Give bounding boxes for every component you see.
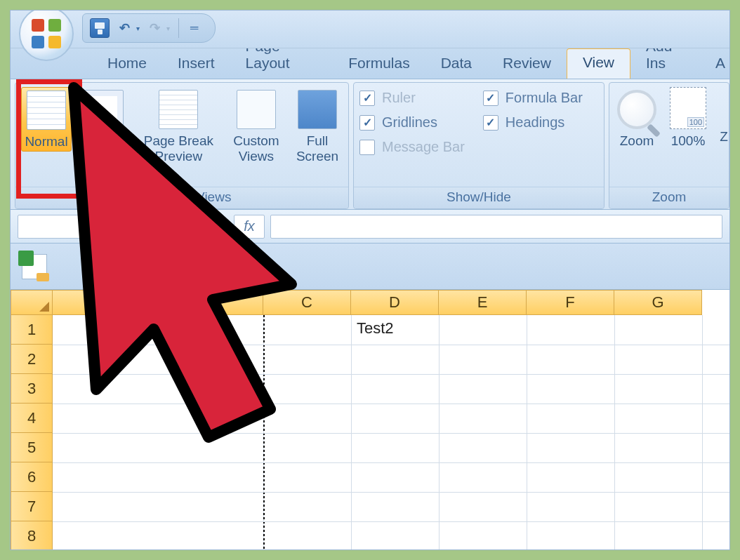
ruler-label: Ruler [382,90,416,106]
tab-formulas[interactable]: Formulas [333,49,425,79]
row-header-4[interactable]: 4 [11,404,53,433]
column-header-g[interactable]: G [614,290,702,315]
message-bar-label: Message Bar [382,139,465,155]
normal-view-button[interactable]: Normal [21,87,72,152]
title-bar: ↶ ▾ ↷ ▾ ═ [11,11,729,48]
formula-bar-label: Formula Bar [506,90,583,106]
undo-dropdown-icon[interactable]: ▾ [136,25,140,32]
fx-label: fx [244,218,255,234]
save-icon[interactable] [90,18,110,38]
group-workbook-views: Normal Page Layout Page Break Preview Cu… [15,82,349,209]
zoom-select-label: Z [720,129,728,145]
ruler-checkbox-row[interactable]: ✓ Ruler [359,90,465,106]
window-band [11,244,729,290]
custom-views-button[interactable]: Custom Views [226,87,286,166]
magnifier-icon [617,90,656,129]
row-header-7[interactable]: 7 [11,492,53,521]
zoom-100-button[interactable]: 100% [664,87,712,149]
formula-bar: ▼ fx [11,210,729,244]
ribbon: Normal Page Layout Page Break Preview Cu… [11,79,729,210]
normal-view-icon [27,91,66,130]
page-break-label: Page Break Preview [140,133,218,164]
page-layout-icon [84,90,124,129]
gridlines-label: Gridlines [382,114,437,131]
message-bar-checkbox[interactable]: ✓ [359,140,375,155]
column-header-f[interactable]: F [527,290,614,315]
zoom-select-button[interactable]: Z [718,87,730,146]
custom-views-icon [237,90,276,129]
gridlines-checkbox[interactable]: ✓ [359,115,375,131]
headings-label: Headings [506,114,565,131]
page-layout-label: Page Layout [80,133,128,164]
message-bar-checkbox-row[interactable]: ✓ Message Bar [359,139,465,155]
fbar-separator [217,223,224,230]
group-label-zoom: Zoom [609,187,729,208]
name-box[interactable]: ▼ [18,215,207,239]
formula-bar-checkbox[interactable]: ✓ [483,91,498,106]
group-show-hide: ✓ Ruler ✓ Gridlines ✓ Message Bar ✓ [353,82,604,209]
row-header-3[interactable]: 3 [11,374,53,404]
group-label-show-hide: Show/Hide [354,187,604,208]
page-break-icon [159,90,198,129]
tab-review[interactable]: Review [487,49,567,79]
insert-function-button[interactable]: fx [234,215,265,239]
tab-view[interactable]: View [567,48,630,79]
office-logo-icon [32,19,61,48]
spreadsheet: C D E F G 1 2 3 4 5 6 7 8 [11,290,729,550]
group-label-workbook-views: Workbook Views [15,187,348,208]
column-header-e[interactable]: E [439,290,527,315]
row-header-5[interactable]: 5 [11,433,53,462]
formula-bar-checkbox-row[interactable]: ✓ Formula Bar [483,90,583,106]
column-header-d[interactable]: D [351,290,439,315]
column-headers: C D E F G [11,290,729,315]
page-layout-button[interactable]: Page Layout [77,87,131,166]
formula-input[interactable] [270,215,722,239]
tab-home[interactable]: Home [92,49,162,79]
qat-separator [178,18,179,38]
select-all-corner[interactable] [11,290,53,315]
normal-view-label: Normal [25,134,67,149]
tab-insert[interactable]: Insert [162,49,230,79]
redo-icon[interactable]: ↷ [145,19,164,37]
row-header-2[interactable]: 2 [11,345,53,374]
tab-data[interactable]: Data [425,49,487,79]
tab-more[interactable]: A [706,49,729,79]
headings-checkbox-row[interactable]: ✓ Headings [483,114,583,131]
zoom-label: Zoom [620,133,654,149]
zoom-100-label: 100% [671,133,706,149]
ribbon-tabs: Home Insert Page Layout Formulas Data Re… [11,48,729,79]
name-box-dropdown-icon[interactable]: ▼ [193,222,201,231]
ruler-checkbox[interactable]: ✓ [359,91,375,106]
page-break-preview-button[interactable]: Page Break Preview [137,87,220,166]
cell-d1[interactable]: Test2 [351,315,399,342]
column-header-hidden[interactable] [53,290,263,315]
row-header-8[interactable]: 8 [11,521,53,550]
row-headers: 1 2 3 4 5 6 7 8 [11,315,53,550]
full-screen-label: Full Screen [295,133,340,164]
column-header-c[interactable]: C [263,290,351,315]
workbook-icon[interactable] [22,254,47,279]
quick-access-toolbar: ↶ ▾ ↷ ▾ ═ [82,13,216,43]
zoom-button[interactable]: Zoom [615,87,659,150]
full-screen-button[interactable]: Full Screen [292,87,343,166]
gridlines-checkbox-row[interactable]: ✓ Gridlines [359,114,465,131]
cell-grid[interactable]: Test2 [53,315,729,550]
customize-qat-icon[interactable]: ═ [187,22,201,34]
zoom-100-icon [670,87,706,129]
row-header-1[interactable]: 1 [11,315,53,345]
redo-dropdown-icon[interactable]: ▾ [166,25,170,32]
group-zoom: Zoom 100% Z Zoom [609,82,729,209]
full-screen-icon [298,90,337,129]
undo-icon[interactable]: ↶ [115,19,133,37]
row-header-6[interactable]: 6 [11,462,53,492]
headings-checkbox[interactable]: ✓ [483,115,498,131]
custom-views-label: Custom Views [229,133,284,164]
